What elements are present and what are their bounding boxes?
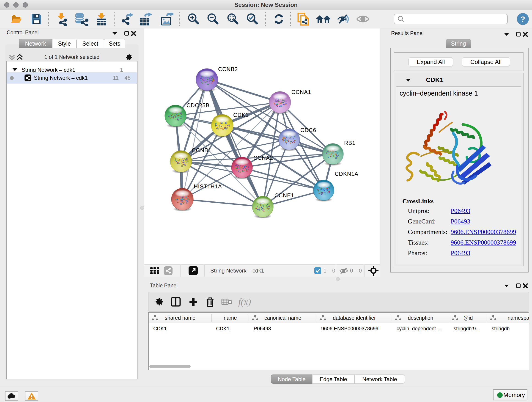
svg-text:CCNA1: CCNA1 (291, 89, 311, 95)
svg-text:CCNB2: CCNB2 (218, 66, 238, 72)
svg-text:RB1: RB1 (344, 140, 355, 146)
svg-text:CCNB1: CCNB1 (192, 147, 211, 153)
svg-text:HIST1H1A: HIST1H1A (194, 183, 222, 190)
svg-text:CDC6: CDC6 (300, 127, 316, 133)
svg-text:CDKN1A: CDKN1A (335, 171, 358, 177)
svg-text:CCNA2: CCNA2 (253, 155, 273, 161)
svg-text:CCNE1: CCNE1 (274, 192, 294, 198)
svg-text:CDC25B: CDC25B (186, 102, 210, 108)
svg-text:CDK1: CDK1 (233, 112, 249, 118)
